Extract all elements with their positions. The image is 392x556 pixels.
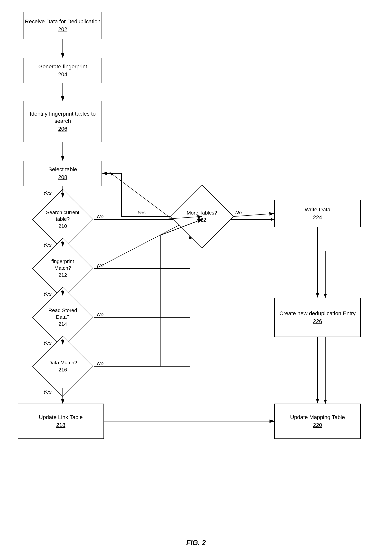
label-no-216: No (97, 361, 103, 367)
label-no-222: No (235, 210, 242, 216)
node-202: Receive Data for Deduplication 202 (24, 12, 102, 39)
flowchart-diagram: Receive Data for Deduplication 202 Gener… (0, 0, 392, 556)
label-yes-222: Yes (137, 210, 146, 216)
label-yes-218: Yes (43, 389, 52, 395)
label-no-210: No (97, 214, 103, 220)
label-yes-210: Yes (43, 190, 52, 196)
label-no-214: No (97, 311, 103, 317)
node-214: Read Stored Data? 214 (31, 296, 94, 339)
node-224: Write Data 224 (274, 200, 361, 227)
node-212: fingerprint Match? 212 (31, 247, 94, 290)
node-220: Update Mapping Table 220 (274, 404, 361, 439)
label-no-212: No (97, 263, 103, 269)
node-208: Select table 208 (24, 161, 102, 186)
label-yes-212: Yes (43, 242, 52, 248)
node-226: Create new deduplication Entry 226 (274, 298, 361, 337)
node-210: Search current table? 210 (31, 198, 94, 241)
node-218: Update Link Table 218 (18, 404, 104, 439)
node-222: More Tables? 222 (171, 194, 233, 239)
figure-label: FIG. 2 (167, 539, 225, 547)
label-yes-216: Yes (43, 340, 52, 346)
node-216: Data Match? 216 (31, 345, 94, 388)
node-204: Generate fingerprint 204 (24, 58, 102, 83)
node-206: Identify fingerprint tables to search 20… (24, 101, 102, 142)
label-yes-214: Yes (43, 291, 52, 297)
